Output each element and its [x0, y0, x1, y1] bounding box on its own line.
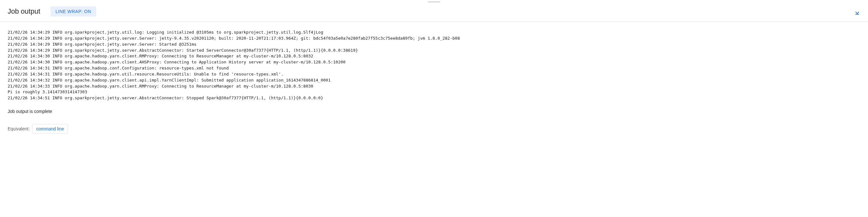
line-wrap-toggle-button[interactable]: LINE WRAP: ON	[51, 6, 96, 17]
expand-down-icon[interactable]	[854, 9, 860, 16]
log-output: 21/02/26 14:34:29 INFO org.sparkproject.…	[0, 22, 868, 105]
job-status-text: Job output is complete	[0, 105, 868, 122]
header: Job output LINE WRAP: ON	[0, 4, 868, 22]
command-line-button[interactable]: command line	[32, 124, 68, 133]
drag-handle[interactable]	[0, 0, 868, 4]
handle-bar-icon	[428, 1, 440, 3]
equivalent-row: Equivalent: command line	[0, 122, 868, 138]
equivalent-label: Equivalent:	[8, 126, 30, 131]
page-title: Job output	[8, 7, 40, 16]
